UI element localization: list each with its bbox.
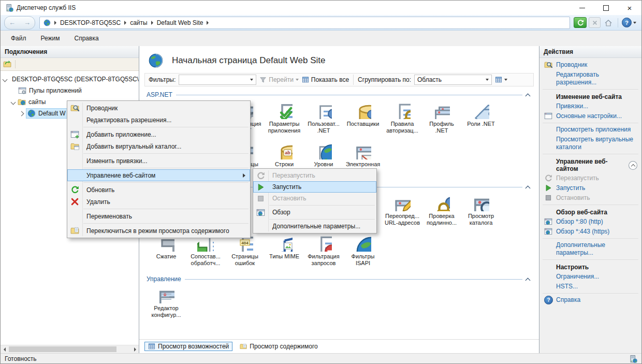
filter-input[interactable] bbox=[179, 75, 256, 85]
scroll-right-button[interactable] bbox=[131, 345, 139, 353]
feature-tile[interactable]: Пользоват... .NET bbox=[304, 100, 343, 140]
collapse-section-button[interactable] bbox=[526, 91, 532, 98]
menu-item-add-virtual-directory[interactable]: Добавить виртуальный каталог... bbox=[67, 140, 250, 152]
site-globe-icon bbox=[43, 19, 51, 26]
collapse-section-button[interactable] bbox=[526, 275, 532, 283]
submenu-item-stop: Остановить bbox=[253, 193, 376, 204]
tab-content-view[interactable]: Просмотр содержимого bbox=[236, 342, 321, 351]
close-button[interactable]: × bbox=[618, 1, 641, 15]
back-button[interactable]: ← bbox=[9, 19, 16, 26]
action-help[interactable]: ? Справка bbox=[539, 295, 641, 305]
feature-tile[interactable]: Роли .NET bbox=[461, 100, 501, 140]
stop-x-icon bbox=[592, 20, 598, 26]
feature-tile[interactable]: Типы MIME bbox=[265, 232, 304, 273]
show-all-button[interactable]: Показать все bbox=[302, 76, 349, 83]
actions-group-header-edit-site: Изменение веб-сайта bbox=[539, 91, 641, 101]
restart-icon bbox=[544, 174, 552, 182]
action-view-virtual-directories[interactable]: Просмотреть виртуальные каталоги bbox=[539, 135, 641, 152]
view-style-dropdown-icon bbox=[504, 79, 507, 81]
menu-item-edit-bindings[interactable]: Изменить привязки... bbox=[67, 155, 250, 167]
feature-tile[interactable]: Проверка подлинно... bbox=[422, 192, 461, 232]
scrollbar-thumb[interactable] bbox=[9, 346, 116, 352]
menu-item-switch-to-content-view[interactable]: Переключиться в режим просмотра содержим… bbox=[67, 225, 250, 237]
view-tabs: Просмотр возможностей Просмотр содержимо… bbox=[139, 339, 539, 353]
menu-item-manage-website[interactable]: Управление веб-сайтом bbox=[67, 169, 250, 181]
action-stop: Остановить bbox=[539, 193, 641, 203]
tree-item-app-pools[interactable]: Пулы приложений bbox=[1, 85, 139, 96]
feature-tile[interactable]: 404 Страницы ошибок bbox=[225, 232, 265, 273]
action-bindings[interactable]: Привязки... bbox=[539, 101, 641, 111]
action-view-applications[interactable]: Просмотреть приложения bbox=[539, 125, 641, 135]
feature-tile[interactable]: Параметры приложения bbox=[265, 100, 304, 140]
feature-tile[interactable]: Профиль .NET bbox=[422, 100, 461, 140]
net-roles-icon bbox=[473, 103, 489, 119]
explorer-icon bbox=[70, 104, 79, 112]
menu-item-add-application[interactable]: Добавить приложение... bbox=[67, 128, 250, 140]
menu-item-edit-permissions[interactable]: Редактировать разрешения... bbox=[67, 114, 250, 126]
selected-tree-node[interactable]: Default W bbox=[26, 108, 71, 119]
breadcrumb[interactable]: DESKTOP-8TGQ5SC сайты Default Web Site bbox=[39, 17, 570, 29]
feature-tile[interactable]: Фильтры ISAPI bbox=[343, 232, 383, 273]
help-button[interactable]: ? bbox=[622, 18, 638, 27]
save-connection-button[interactable] bbox=[3, 60, 11, 68]
action-start[interactable]: Запустить bbox=[539, 183, 641, 193]
expander-icon[interactable] bbox=[19, 111, 24, 116]
view-style-button[interactable] bbox=[495, 76, 507, 83]
action-advanced-settings[interactable]: Дополнительные параметры... bbox=[539, 240, 641, 258]
menu-item-refresh[interactable]: Обновить bbox=[67, 184, 250, 196]
collapse-section-button[interactable] bbox=[526, 183, 532, 191]
action-limits[interactable]: Ограничения... bbox=[539, 272, 641, 282]
feature-tile[interactable]: Редактор конфигур... bbox=[147, 284, 186, 325]
menu-item-delete[interactable]: Удалить bbox=[67, 196, 250, 208]
feature-tile[interactable]: Правила авторизац... bbox=[383, 100, 422, 140]
feature-tile[interactable]: Сопостав... обработч... bbox=[186, 232, 225, 273]
home-button[interactable] bbox=[603, 18, 614, 27]
action-browse-https[interactable]: Обзор *:443 (https) bbox=[539, 227, 641, 237]
breadcrumb-server[interactable]: DESKTOP-8TGQ5SC bbox=[60, 19, 121, 26]
breadcrumb-sites[interactable]: сайты bbox=[130, 19, 148, 26]
maximize-button[interactable] bbox=[594, 1, 618, 15]
feature-tile[interactable]: Сжатие bbox=[147, 232, 186, 273]
titlebar: Диспетчер служб IIS × bbox=[1, 1, 641, 15]
stop-icon bbox=[256, 194, 265, 203]
breadcrumb-default-web-site[interactable]: Default Web Site bbox=[157, 19, 203, 26]
feature-tile[interactable]: Переопред... URL-адресов bbox=[383, 192, 422, 232]
expander-icon[interactable] bbox=[3, 77, 8, 82]
browse-icon bbox=[256, 208, 265, 217]
menu-file[interactable]: Файл bbox=[4, 31, 34, 46]
status-text: Готовность bbox=[5, 355, 37, 362]
feature-tile[interactable]: Поставщики bbox=[343, 100, 383, 140]
action-hsts[interactable]: HSTS... bbox=[539, 282, 641, 292]
submenu-item-restart: Перезапустить bbox=[253, 170, 376, 181]
submenu-item-browse[interactable]: Обзор bbox=[253, 207, 376, 218]
action-edit-permissions[interactable]: Редактировать разрешения... bbox=[539, 70, 641, 88]
action-basic-settings[interactable]: Основные настройки... bbox=[539, 111, 641, 121]
action-browse-http[interactable]: Обзор *:80 (http) bbox=[539, 217, 641, 227]
help-icon: ? bbox=[544, 296, 553, 304]
menu-help[interactable]: Справка bbox=[67, 31, 106, 46]
expander-icon[interactable] bbox=[11, 99, 16, 105]
tab-features-view[interactable]: Просмотр возможностей bbox=[144, 342, 232, 351]
submenu-item-start[interactable]: Запустить bbox=[253, 181, 376, 193]
minimize-button[interactable] bbox=[570, 1, 594, 15]
feature-tile[interactable]: Просмотр каталога bbox=[461, 192, 501, 232]
navigation-buttons: ← → bbox=[4, 16, 35, 30]
refresh-button[interactable] bbox=[574, 17, 587, 28]
submenu-item-advanced-settings[interactable]: Дополнительные параметры... bbox=[253, 221, 376, 232]
group-by-select[interactable]: Область bbox=[414, 75, 492, 85]
scroll-left-button[interactable] bbox=[1, 345, 8, 353]
collapse-group-button[interactable] bbox=[629, 161, 637, 170]
menu-view[interactable]: Режим bbox=[34, 31, 67, 46]
tree-item-server[interactable]: DESKTOP-8TGQ5SC (DESKTOP-8TGQ5SC\v bbox=[1, 74, 139, 85]
actions-panel: Действия Проводник Редактировать разреше… bbox=[539, 46, 641, 353]
horizontal-scrollbar[interactable] bbox=[1, 345, 139, 353]
isapi-filters-icon bbox=[355, 235, 371, 252]
forward-button[interactable]: → bbox=[24, 19, 31, 26]
action-explorer[interactable]: Проводник bbox=[539, 60, 641, 70]
context-menu: Проводник Редактировать разрешения... До… bbox=[67, 100, 251, 238]
connections-header: Подключения bbox=[1, 46, 139, 58]
menu-item-rename[interactable]: Переименовать bbox=[67, 210, 250, 222]
menu-item-explorer[interactable]: Проводник bbox=[67, 102, 250, 114]
feature-tile[interactable]: Фильтрация запросов bbox=[304, 232, 343, 273]
restart-icon bbox=[256, 171, 265, 180]
